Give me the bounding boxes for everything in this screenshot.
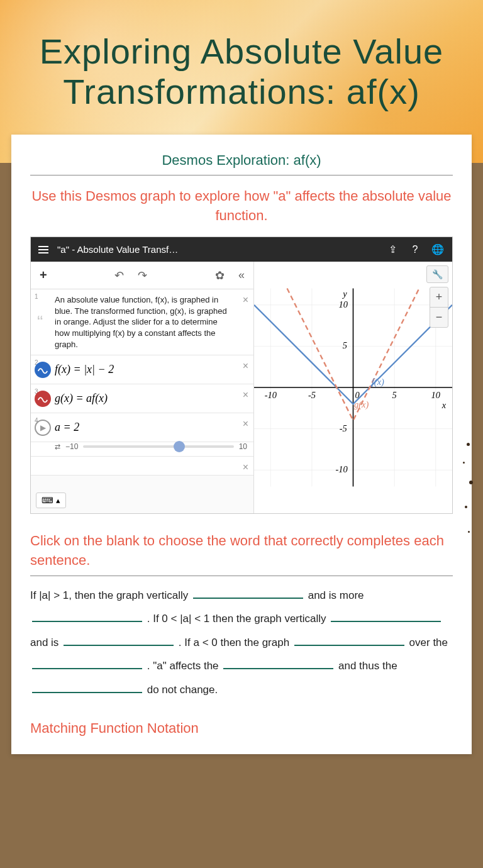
- section-title-matching: Matching Function Notation: [30, 720, 453, 737]
- svg-text:x: x: [441, 400, 447, 410]
- svg-text:f(x): f(x): [372, 377, 384, 387]
- close-icon[interactable]: ×: [243, 389, 248, 401]
- content-card: Desmos Exploration: af(x) Use this Desmo…: [11, 135, 472, 754]
- wrench-icon[interactable]: 🔧: [426, 265, 448, 283]
- svg-text:5: 5: [343, 341, 347, 351]
- blank-7[interactable]: [223, 668, 333, 669]
- desmos-graph-area[interactable]: -10 -5 0 5 10 10 5 -5 -10 y x f(x) g(x): [254, 262, 452, 513]
- keyboard-button[interactable]: ⌨ ▴: [36, 492, 66, 508]
- expression-a: a = 2: [55, 421, 79, 434]
- svg-text:-5: -5: [308, 390, 316, 400]
- desmos-toolbar: + ↶ ↷ ✿ «: [31, 262, 253, 289]
- close-icon[interactable]: ×: [243, 294, 248, 306]
- hamburger-icon[interactable]: [38, 246, 48, 253]
- graph-svg: -10 -5 0 5 10 10 5 -5 -10 y x f(x) g(x): [254, 262, 452, 513]
- svg-text:10: 10: [339, 299, 348, 309]
- blank-1[interactable]: [193, 598, 303, 599]
- quote-icon: “: [37, 312, 43, 332]
- collapse-icon[interactable]: «: [235, 266, 248, 284]
- add-expression-button[interactable]: +: [36, 265, 51, 285]
- svg-text:-10: -10: [336, 465, 348, 475]
- gear-icon[interactable]: ✿: [211, 266, 228, 285]
- desmos-topbar: "a" - Absolute Value Transf… ⇪ ? 🌐: [31, 237, 452, 262]
- page-title: Exploring Absolute Value Transformations…: [13, 31, 470, 113]
- blue-function-icon[interactable]: [35, 362, 51, 378]
- blank-8[interactable]: [32, 692, 142, 693]
- blank-2[interactable]: [32, 621, 142, 622]
- slider-track[interactable]: [83, 445, 233, 448]
- note-text: An absolute value function, f(x), is gra…: [55, 294, 247, 350]
- blank-4[interactable]: [64, 645, 174, 646]
- expression-row-fx[interactable]: 2 f(x) = |x| − 2 ×: [31, 355, 253, 384]
- desmos-expression-panel: + ↶ ↷ ✿ « 1 “ An absolute value function…: [31, 262, 254, 513]
- section-title-desmos: Desmos Exploration: af(x): [30, 152, 453, 175]
- close-icon[interactable]: ×: [243, 462, 248, 473]
- help-icon[interactable]: ?: [408, 244, 422, 255]
- zoom-controls: + −: [430, 287, 448, 328]
- loop-icon[interactable]: ⇄: [55, 443, 60, 451]
- blank-6[interactable]: [32, 668, 142, 669]
- expression-row-slider[interactable]: 4 ▶ a = 2 ×: [31, 413, 253, 442]
- play-icon[interactable]: ▶: [35, 420, 51, 436]
- instruction-desmos: Use this Desmos graph to explore how "a"…: [30, 187, 453, 226]
- slider-thumb[interactable]: [174, 441, 185, 452]
- globe-icon[interactable]: 🌐: [431, 243, 445, 255]
- blank-5[interactable]: [294, 645, 404, 646]
- svg-text:y: y: [341, 289, 347, 299]
- redo-icon[interactable]: ↷: [134, 266, 151, 285]
- zoom-out-button[interactable]: −: [430, 308, 448, 327]
- close-icon[interactable]: ×: [243, 418, 248, 430]
- zoom-in-button[interactable]: +: [430, 287, 448, 308]
- expression-gx: g(x) = af(x): [55, 392, 108, 405]
- svg-text:5: 5: [392, 390, 397, 400]
- svg-text:g(x): g(x): [354, 399, 369, 410]
- slider-control[interactable]: ⇄ −10 10: [31, 442, 253, 457]
- fill-blank-paragraph: If |a| > 1, then the graph vertically an…: [30, 584, 453, 701]
- expression-row-empty[interactable]: ×: [31, 457, 253, 476]
- share-icon[interactable]: ⇪: [386, 243, 399, 255]
- svg-text:10: 10: [431, 390, 441, 400]
- undo-icon[interactable]: ↶: [111, 266, 128, 285]
- expression-row-note[interactable]: 1 “ An absolute value function, f(x), is…: [31, 289, 253, 355]
- red-function-icon[interactable]: [35, 391, 51, 407]
- expression-row-gx[interactable]: 3 g(x) = af(x) ×: [31, 384, 253, 413]
- close-icon[interactable]: ×: [243, 360, 248, 372]
- blank-3[interactable]: [331, 621, 441, 622]
- expression-fx: f(x) = |x| − 2: [55, 363, 114, 376]
- desmos-embed[interactable]: "a" - Absolute Value Transf… ⇪ ? 🌐 + ↶ ↷…: [30, 236, 453, 514]
- svg-text:-5: -5: [340, 423, 347, 433]
- decorative-speckles: [462, 437, 480, 562]
- desmos-title: "a" - Absolute Value Transf…: [57, 244, 377, 255]
- instruction-fill: Click on the blank to choose the word th…: [30, 531, 453, 576]
- svg-text:-10: -10: [265, 390, 277, 400]
